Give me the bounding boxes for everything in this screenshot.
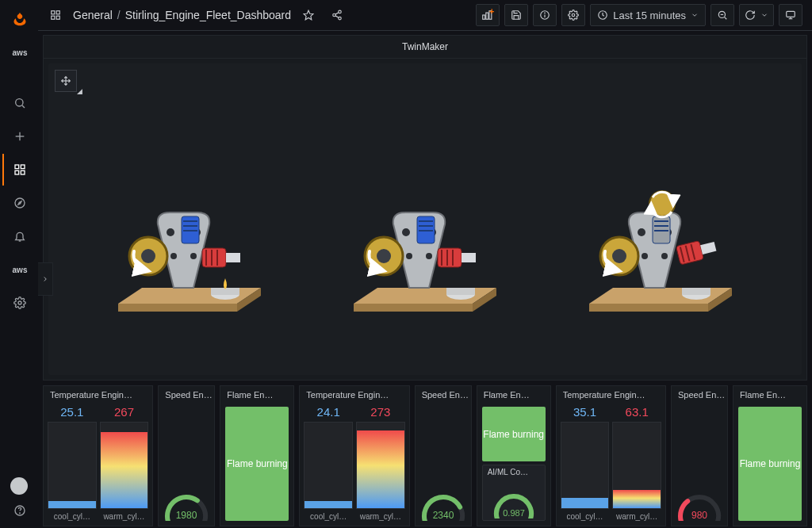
dashboard-insights-button[interactable] [533, 4, 557, 26]
cool-bar [304, 422, 353, 509]
speed-panel[interactable]: Speed En… 2340 [415, 385, 472, 526]
svg-point-28 [545, 13, 546, 13]
toggle-variables-button[interactable] [38, 262, 53, 296]
grafana-logo[interactable] [2, 3, 36, 35]
gauge: 980 [676, 478, 723, 521]
cool-label: cool_cyl… [566, 512, 603, 521]
svg-text:2340: 2340 [432, 510, 454, 521]
dashboard-settings-button[interactable] [561, 4, 585, 26]
star-icon [303, 10, 314, 21]
breadcrumb: General / Stirling_Engine_Fleet_Dashboar… [73, 9, 291, 21]
panel-title: Flame En… [220, 386, 293, 404]
svg-rect-13 [52, 11, 55, 14]
chevron-right-icon [41, 275, 49, 283]
flame-status: Flame burning [482, 407, 546, 461]
engine-2-metrics: Temperature Engin… 24.1 cool_cyl… 273 wa… [299, 385, 550, 526]
svg-point-83 [642, 253, 648, 259]
gauge: 2340 [419, 478, 467, 521]
temperature-panel[interactable]: Temperature Engin… 35.1 cool_cyl… 63.1 w… [556, 385, 666, 526]
svg-point-44 [190, 253, 197, 259]
share-dashboard[interactable] [326, 5, 348, 25]
svg-point-64 [426, 253, 432, 259]
svg-marker-9 [18, 201, 21, 205]
scene-panel-title[interactable]: TwinMaker [44, 36, 806, 59]
engine-model [573, 169, 748, 327]
nav-dashboards[interactable] [2, 154, 36, 186]
top-bar: General / Stirling_Engine_Fleet_Dashboar… [0, 0, 812, 31]
nav-search[interactable] [2, 87, 36, 119]
svg-rect-15 [52, 16, 55, 19]
svg-marker-59 [354, 304, 473, 312]
flame-panel[interactable]: Flame En… Flame burning [733, 385, 807, 526]
panel-title: Speed En… [159, 386, 214, 404]
svg-line-21 [335, 13, 339, 14]
share-icon [331, 10, 343, 21]
save-dashboard-button[interactable] [504, 4, 528, 26]
svg-marker-17 [304, 10, 313, 20]
dashboard-body: TwinMaker View Options ◢ [38, 30, 812, 528]
dashboards-nav-icon[interactable] [44, 5, 67, 25]
svg-point-63 [406, 253, 412, 259]
engine-3-metrics: Temperature Engin… 35.1 cool_cyl… 63.1 w… [556, 385, 807, 526]
engine-1-metrics: Temperature Engin… 25.1 cool_cyl… 267 wa… [43, 385, 294, 526]
panel-title: Temperature Engin… [557, 386, 665, 404]
svg-rect-71 [462, 253, 476, 262]
cool-bar [561, 422, 610, 509]
panel-title: Speed En… [672, 386, 727, 404]
flame-panel[interactable]: Flame En… Flame burning [220, 385, 294, 526]
nav-help[interactable] [2, 499, 36, 522]
svg-point-12 [20, 513, 21, 514]
svg-point-81 [638, 228, 645, 236]
gauge: 0.987 [490, 482, 538, 518]
plus-icon [13, 130, 26, 143]
nav-explore[interactable] [2, 187, 36, 219]
svg-point-10 [18, 301, 21, 304]
svg-point-19 [333, 13, 336, 17]
search-icon [13, 97, 26, 109]
nav-configuration[interactable] [2, 287, 36, 319]
dashboards-icon [13, 163, 26, 176]
svg-point-18 [339, 10, 342, 13]
cool-value: 25.1 [60, 405, 83, 419]
temperature-panel[interactable]: Temperature Engin… 24.1 cool_cyl… 273 wa… [299, 385, 409, 526]
zoom-out-button[interactable] [710, 4, 734, 26]
speed-panel[interactable]: Speed En… 980 [671, 385, 728, 526]
compass-icon [13, 197, 26, 209]
flame-panel[interactable]: Flame En… Flame burning AI/ML Co… 0.987 [477, 385, 551, 526]
svg-rect-24 [486, 13, 488, 19]
cycle-view-mode-button[interactable] [779, 4, 802, 26]
svg-point-66 [377, 249, 391, 263]
svg-line-1 [22, 105, 25, 108]
mark-favorite[interactable] [297, 5, 320, 25]
breadcrumb-page[interactable]: Stirling_Engine_Fleet_Dashboard [125, 9, 291, 21]
time-picker-label: Last 15 minutes [613, 10, 686, 21]
svg-point-20 [339, 17, 342, 20]
svg-line-32 [725, 17, 727, 20]
svg-point-86 [612, 249, 626, 263]
aws-logo-top[interactable]: aws [2, 36, 36, 68]
nav-create[interactable] [2, 121, 36, 152]
chevron-down-icon [691, 11, 699, 19]
scene-canvas[interactable]: ◢ [48, 63, 802, 375]
time-picker-button[interactable]: Last 15 minutes [590, 4, 706, 26]
refresh-picker-button[interactable] [739, 4, 774, 26]
svg-marker-79 [589, 304, 708, 312]
svg-rect-4 [15, 165, 19, 169]
aws-logo-mid[interactable]: aws [2, 254, 36, 285]
nav-alerting[interactable] [2, 220, 36, 252]
breadcrumb-root[interactable]: General [73, 9, 113, 21]
apps-icon [50, 10, 61, 21]
speed-panel[interactable]: Speed En… 1980 [158, 385, 215, 526]
temperature-panel[interactable]: Temperature Engin… 25.1 cool_cyl… 267 wa… [43, 385, 153, 526]
svg-rect-5 [21, 165, 25, 169]
svg-point-61 [402, 228, 410, 236]
breadcrumb-separator: / [117, 9, 121, 21]
add-panel-button[interactable]: + [476, 4, 500, 26]
svg-rect-97 [682, 288, 710, 295]
scene-panel: TwinMaker View Options ◢ [43, 35, 807, 381]
user-avatar[interactable] [10, 477, 28, 495]
side-nav: aws aws [0, 0, 38, 528]
cool-label: cool_cyl… [54, 512, 90, 521]
warm-label: warm_cyl… [103, 512, 144, 521]
svg-line-22 [335, 16, 339, 17]
